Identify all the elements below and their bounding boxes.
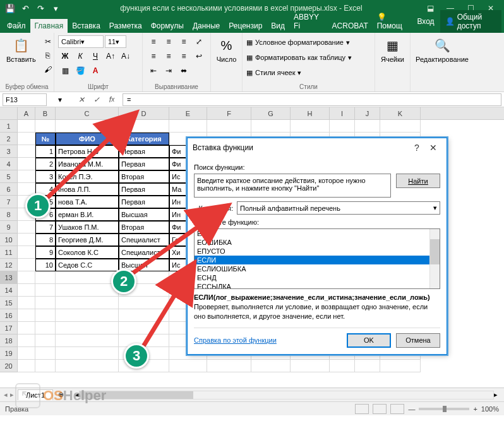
cell[interactable] bbox=[18, 133, 35, 145]
cell[interactable] bbox=[56, 360, 119, 372]
cell[interactable] bbox=[18, 221, 35, 234]
col-header-C[interactable]: C bbox=[56, 107, 119, 119]
cell[interactable]: Категория bbox=[119, 133, 169, 145]
row-header[interactable]: 20 bbox=[0, 360, 18, 372]
cell[interactable] bbox=[355, 120, 380, 133]
function-list-item[interactable]: ЕСНД bbox=[195, 273, 440, 282]
select-all-corner[interactable] bbox=[0, 107, 18, 119]
cell[interactable] bbox=[56, 271, 119, 284]
row-header[interactable]: 16 bbox=[0, 309, 18, 322]
tab-insert[interactable]: Вставка bbox=[68, 19, 105, 33]
formula-input[interactable]: = bbox=[123, 93, 501, 106]
row-header[interactable]: 8 bbox=[0, 208, 18, 221]
cell[interactable] bbox=[18, 322, 35, 334]
cell[interactable]: Соколов К.С bbox=[56, 246, 119, 259]
cell[interactable]: № bbox=[35, 133, 56, 145]
cell[interactable] bbox=[35, 297, 56, 309]
redo-icon[interactable]: ↷ bbox=[34, 2, 47, 15]
merge-icon[interactable]: ⬌ bbox=[177, 64, 191, 77]
category-select[interactable]: Полный алфавитный перечень ▾ bbox=[237, 201, 440, 215]
underline-button[interactable]: Ч bbox=[88, 50, 102, 62]
cell[interactable] bbox=[18, 259, 35, 271]
qat-dropdown-icon[interactable]: ▾ bbox=[49, 2, 62, 15]
function-list-item[interactable]: ЕССЫЛКА bbox=[195, 282, 440, 289]
sheet-prev-icon[interactable]: ◂ bbox=[4, 391, 8, 399]
col-header-D[interactable]: D bbox=[119, 107, 169, 119]
cell[interactable] bbox=[56, 322, 119, 334]
zoom-slider[interactable] bbox=[419, 408, 469, 410]
function-list-item[interactable]: ЕПУСТО bbox=[195, 247, 440, 256]
paste-button[interactable]: 📋 Вставить bbox=[4, 35, 39, 82]
cell[interactable]: Георгиев Д.М. bbox=[56, 234, 119, 246]
tab-data[interactable]: Данные bbox=[188, 19, 224, 33]
zoom-in-icon[interactable]: + bbox=[473, 405, 477, 413]
col-header-H[interactable]: H bbox=[291, 107, 330, 119]
cell[interactable]: ФИО bbox=[56, 133, 119, 145]
orientation-icon[interactable]: ⤢ bbox=[192, 35, 206, 48]
cell[interactable] bbox=[18, 158, 35, 170]
function-list-item[interactable]: ЕОШ bbox=[195, 229, 440, 238]
function-list-item[interactable]: ЕСЛИОШИБКА bbox=[195, 264, 440, 273]
tab-file[interactable]: Файл bbox=[3, 19, 30, 33]
name-box[interactable]: F13 bbox=[3, 93, 47, 106]
cell[interactable]: Высшая bbox=[119, 208, 169, 221]
cell[interactable]: Первая bbox=[119, 158, 169, 170]
cell[interactable] bbox=[207, 360, 251, 372]
cell[interactable]: Вторая bbox=[119, 170, 169, 183]
cell[interactable] bbox=[251, 120, 291, 133]
col-header-J[interactable]: J bbox=[355, 107, 380, 119]
cell[interactable]: Вторая bbox=[119, 221, 169, 234]
cell[interactable] bbox=[18, 145, 35, 158]
tab-abbyy[interactable]: ABBYY Fi bbox=[289, 10, 328, 33]
cancel-formula-icon[interactable]: ✕ bbox=[75, 93, 88, 106]
zoom-out-icon[interactable]: ― bbox=[408, 405, 415, 413]
align-left-icon[interactable]: ≡ bbox=[147, 50, 160, 62]
cell[interactable] bbox=[18, 246, 35, 259]
cell[interactable] bbox=[18, 347, 35, 360]
row-header[interactable]: 5 bbox=[0, 170, 18, 183]
cell[interactable] bbox=[18, 334, 35, 347]
list-scrollbar[interactable] bbox=[429, 229, 440, 288]
row-header[interactable]: 3 bbox=[0, 145, 18, 158]
cell[interactable] bbox=[35, 322, 56, 334]
cell[interactable]: Петрова Н.В bbox=[56, 145, 119, 158]
undo-icon[interactable]: ↶ bbox=[19, 2, 32, 15]
align-middle-icon[interactable]: ≡ bbox=[162, 35, 176, 48]
cell[interactable] bbox=[56, 334, 119, 347]
row-header[interactable]: 1 bbox=[0, 120, 18, 133]
format-as-table-button[interactable]: ▦ Форматировать как таблицу ▾ bbox=[246, 50, 371, 64]
col-header-B[interactable]: B bbox=[35, 107, 56, 119]
wrap-text-icon[interactable]: ↩ bbox=[192, 50, 206, 62]
view-page-break-icon[interactable] bbox=[390, 404, 404, 414]
row-header[interactable]: 11 bbox=[0, 246, 18, 259]
namebox-dropdown-icon[interactable]: ▾ bbox=[53, 93, 67, 106]
cell[interactable]: 1 bbox=[35, 145, 56, 158]
cell[interactable] bbox=[35, 120, 56, 133]
cell[interactable] bbox=[169, 120, 207, 133]
cell[interactable]: 3 bbox=[35, 170, 56, 183]
cell[interactable] bbox=[119, 322, 169, 334]
ok-button[interactable]: OK bbox=[347, 333, 391, 348]
cell[interactable]: Козел П.Э. bbox=[56, 170, 119, 183]
cell[interactable] bbox=[119, 120, 169, 133]
function-help-link[interactable]: Справка по этой функции bbox=[194, 336, 277, 344]
cell[interactable] bbox=[119, 309, 169, 322]
border-button[interactable]: ▦ bbox=[58, 64, 72, 77]
indent-inc-icon[interactable]: ⇥ bbox=[162, 64, 176, 77]
cell[interactable] bbox=[35, 284, 56, 297]
cell[interactable]: Иванова М.М. bbox=[56, 158, 119, 170]
cell[interactable] bbox=[35, 347, 56, 360]
dialog-help-icon[interactable]: ? bbox=[409, 143, 425, 153]
cell[interactable] bbox=[330, 120, 355, 133]
function-list[interactable]: ЕОШЕОШИБКАЕПУСТОЕСЛИЕСЛИОШИБКАЕСНДЕССЫЛК… bbox=[194, 228, 440, 289]
align-center-icon[interactable]: ≡ bbox=[162, 50, 176, 62]
cell[interactable] bbox=[56, 297, 119, 309]
cell[interactable] bbox=[18, 234, 35, 246]
row-header[interactable]: 19 bbox=[0, 347, 18, 360]
row-header[interactable]: 12 bbox=[0, 259, 18, 271]
function-list-item[interactable]: ЕОШИБКА bbox=[195, 238, 440, 247]
cell[interactable]: Седов С.С bbox=[56, 259, 119, 271]
cell[interactable]: 9 bbox=[35, 246, 56, 259]
row-header[interactable]: 6 bbox=[0, 183, 18, 196]
horizontal-scrollbar[interactable]: ◂ ▸ bbox=[69, 391, 504, 399]
